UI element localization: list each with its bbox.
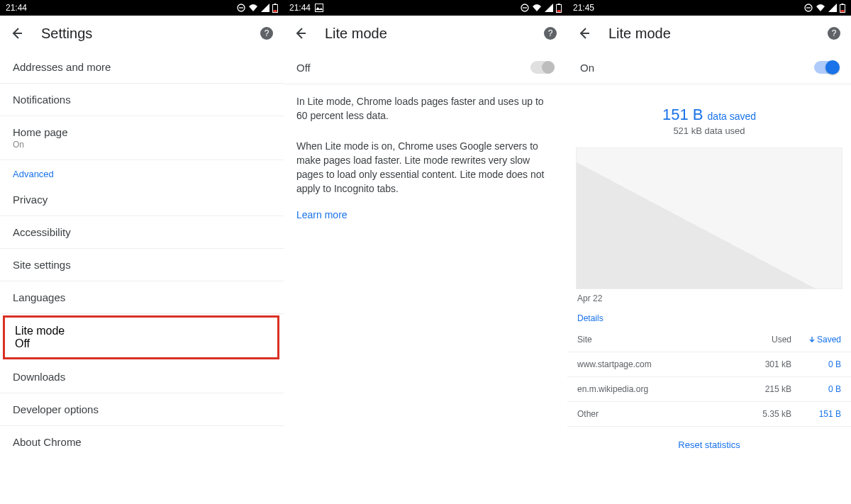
settings-list: Addresses and more Notifications Home pa…	[0, 51, 284, 504]
image-icon	[315, 4, 323, 12]
back-icon[interactable]	[294, 26, 308, 40]
toggle-switch[interactable]	[814, 61, 838, 74]
col-site: Site	[577, 335, 735, 345]
screen-lite-mode-off: 21:44 Lite mode ? Off In Lite mode, Chro…	[284, 0, 567, 504]
lite-mode-toggle-row[interactable]: On	[567, 51, 851, 84]
svg-text:?: ?	[265, 28, 269, 38]
signal-icon	[828, 4, 837, 12]
row-lite-mode[interactable]: Lite mode Off	[3, 315, 279, 359]
help-icon[interactable]: ?	[827, 26, 841, 40]
arrow-down-icon	[808, 336, 816, 343]
status-bar: 21:44	[0, 0, 284, 16]
learn-more-link[interactable]: Learn more	[284, 202, 567, 228]
signal-icon	[261, 4, 269, 12]
row-privacy[interactable]: Privacy	[0, 184, 284, 216]
lite-mode-toggle-row[interactable]: Off	[284, 51, 567, 84]
page-title: Lite mode	[325, 26, 387, 42]
help-icon[interactable]: ?	[543, 26, 557, 40]
dnd-icon	[804, 4, 813, 12]
data-saved-summary: 151 B data saved 521 kB data used	[567, 84, 851, 143]
usage-chart	[576, 147, 842, 289]
table-row[interactable]: en.m.wikipedia.org 215 kB 0 B	[567, 377, 851, 402]
table-row[interactable]: Other 5.35 kB 151 B	[567, 402, 851, 427]
svg-rect-8	[316, 4, 323, 12]
table-header: Site Used Saved	[567, 327, 851, 352]
back-icon[interactable]	[10, 26, 24, 40]
row-downloads[interactable]: Downloads	[0, 361, 284, 393]
battery-icon	[840, 4, 845, 13]
svg-rect-20	[841, 10, 845, 12]
reset-statistics-button[interactable]: Reset statistics	[567, 427, 851, 457]
svg-rect-13	[558, 4, 560, 5]
chart-date: Apr 22	[567, 291, 851, 303]
screen-lite-mode-on: 21:45 Lite mode ? On 151 B data saved 52…	[567, 0, 851, 504]
battery-icon	[272, 4, 278, 13]
svg-rect-4	[274, 4, 277, 5]
data-saved-label: data saved	[708, 111, 757, 122]
signal-icon	[545, 4, 553, 12]
col-used: Used	[735, 335, 791, 345]
wifi-icon	[816, 4, 825, 12]
row-languages[interactable]: Languages	[0, 281, 284, 314]
battery-icon	[556, 4, 562, 13]
details-header: Details	[567, 303, 851, 327]
wifi-icon	[248, 4, 258, 12]
status-time: 21:44	[6, 3, 27, 13]
status-bar: 21:44	[284, 0, 567, 16]
toggle-label: Off	[296, 62, 311, 74]
lite-mode-description-2: When Lite mode is on, Chrome uses Google…	[284, 129, 567, 202]
row-notifications[interactable]: Notifications	[0, 84, 284, 116]
svg-rect-3	[274, 10, 277, 12]
dnd-icon	[237, 4, 245, 12]
svg-rect-21	[842, 4, 844, 5]
row-accessibility[interactable]: Accessibility	[0, 216, 284, 249]
toggle-label: On	[580, 62, 594, 74]
back-icon[interactable]	[577, 26, 591, 40]
status-bar: 21:45	[567, 0, 851, 16]
svg-text:?: ?	[832, 28, 837, 38]
row-homepage[interactable]: Home page On	[0, 116, 284, 160]
row-site-settings[interactable]: Site settings	[0, 249, 284, 281]
row-developer-options[interactable]: Developer options	[0, 393, 284, 426]
app-bar: Settings ?	[0, 16, 284, 51]
lite-mode-description-1: In Lite mode, Chrome loads pages faster …	[284, 84, 567, 129]
app-bar: Lite mode ?	[284, 16, 567, 51]
section-advanced: Advanced	[0, 160, 284, 184]
toggle-switch[interactable]	[530, 61, 555, 74]
wifi-icon	[532, 4, 542, 12]
page-title: Settings	[41, 26, 92, 42]
data-used-line: 521 kB data used	[574, 125, 844, 136]
col-saved[interactable]: Saved	[791, 335, 841, 345]
app-bar: Lite mode ?	[567, 16, 851, 51]
dnd-icon	[521, 4, 529, 12]
status-time: 21:45	[573, 3, 594, 13]
data-saved-value: 151 B	[662, 106, 703, 123]
status-time: 21:44	[289, 3, 311, 13]
row-addresses[interactable]: Addresses and more	[0, 51, 284, 84]
page-title: Lite mode	[608, 26, 671, 42]
svg-text:?: ?	[548, 28, 553, 38]
screen-settings: 21:44 Settings ? Addresses and more Noti…	[0, 0, 284, 504]
table-row[interactable]: www.startpage.com 301 kB 0 B	[567, 352, 851, 377]
row-about-chrome[interactable]: About Chrome	[0, 426, 284, 458]
svg-rect-12	[557, 10, 561, 12]
help-icon[interactable]: ?	[260, 26, 274, 40]
